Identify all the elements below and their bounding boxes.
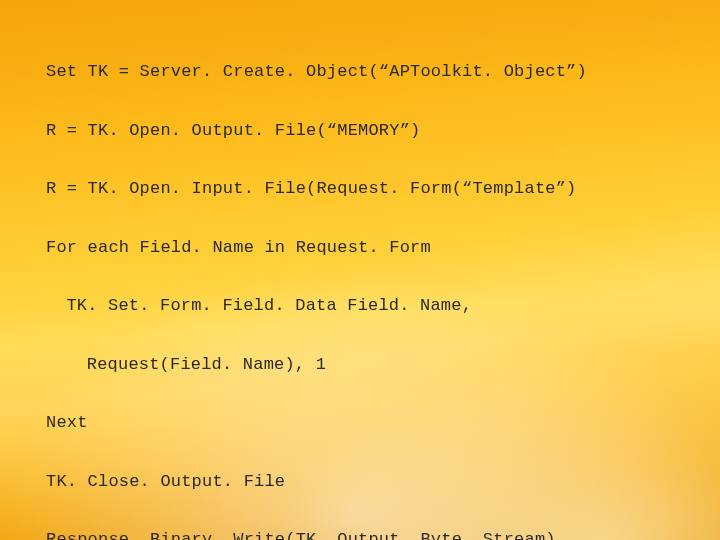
code-line: R = TK. Open. Output. File(“MEMORY”) — [46, 116, 680, 145]
code-line: TK. Close. Output. File — [46, 467, 680, 496]
code-line: Set TK = Server. Create. Object(“APToolk… — [46, 57, 680, 86]
code-block: Set TK = Server. Create. Object(“APToolk… — [46, 28, 680, 540]
code-line: TK. Set. Form. Field. Data Field. Name, — [46, 291, 680, 320]
code-line: Next — [46, 408, 680, 437]
code-line: R = TK. Open. Input. File(Request. Form(… — [46, 174, 680, 203]
code-line: Response. Binary. Write(TK. Output. Byte… — [46, 525, 680, 540]
code-line: Request(Field. Name), 1 — [46, 350, 680, 379]
code-line: For each Field. Name in Request. Form — [46, 233, 680, 262]
